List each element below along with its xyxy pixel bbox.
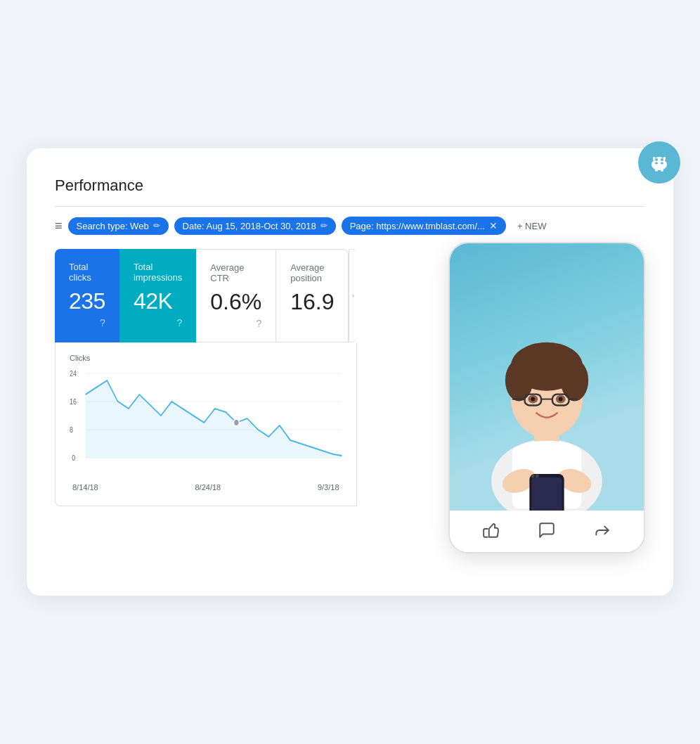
average-ctr-value: 0.6% — [210, 289, 261, 315]
svg-point-38 — [559, 397, 563, 402]
x-label-2: 8/24/18 — [195, 483, 221, 492]
date-label: Date: Aug 15, 2018-Oct 30, 2018 — [183, 221, 316, 231]
average-position-value: 16.9 — [290, 289, 334, 315]
main-container: Performance ≡ Search type: Web ✏ Date: A… — [27, 148, 673, 596]
svg-point-43 — [531, 474, 535, 477]
search-type-label: Search type: Web — [77, 221, 149, 231]
scroll-right-indicator[interactable]: › — [349, 249, 356, 342]
phone-mockup — [448, 242, 645, 553]
chart-x-labels: 8/14/18 8/24/18 9/3/18 — [70, 483, 342, 492]
total-clicks-value: 235 — [69, 288, 105, 314]
total-clicks-help-icon[interactable]: ? — [69, 317, 105, 328]
total-clicks-card: Total clicks 235 ? — [55, 249, 119, 342]
page-title: Performance — [55, 177, 645, 195]
svg-rect-9 — [663, 157, 666, 160]
svg-point-37 — [531, 397, 535, 402]
like-button[interactable] — [482, 520, 500, 542]
x-label-1: 8/14/18 — [72, 483, 98, 492]
date-chip[interactable]: Date: Aug 15, 2018-Oct 30, 2018 ✏ — [174, 217, 336, 235]
average-position-label: Average position — [290, 262, 334, 283]
like-icon — [482, 520, 500, 539]
comment-button[interactable] — [538, 521, 556, 542]
average-position-card: Average position 16.9 — [276, 249, 349, 342]
new-filter-label: + NEW — [517, 221, 547, 231]
svg-point-44 — [536, 474, 539, 477]
svg-rect-4 — [655, 168, 658, 172]
share-button[interactable] — [593, 521, 611, 542]
hippo-logo-icon — [638, 141, 680, 184]
page-close-icon[interactable]: ✕ — [489, 220, 498, 231]
x-label-3: 9/3/18 — [318, 483, 339, 492]
svg-point-2 — [655, 158, 658, 161]
svg-text:8: 8 — [70, 425, 73, 434]
total-impressions-card: Total impressions 42K ? — [119, 249, 196, 342]
page-label: Page: https://www.tmblast.com/... — [350, 221, 485, 231]
share-icon — [593, 521, 611, 539]
svg-point-7 — [661, 162, 663, 165]
search-type-edit-icon[interactable]: ✏ — [153, 221, 160, 231]
chart-section: Clicks 24 16 8 0 — [55, 342, 357, 506]
total-impressions-help-icon[interactable]: ? — [134, 317, 182, 328]
average-ctr-card: Average CTR 0.6% ? — [196, 249, 276, 342]
svg-rect-8 — [653, 157, 655, 160]
phone-action-bar — [450, 511, 644, 552]
date-edit-icon[interactable]: ✏ — [320, 221, 328, 231]
total-clicks-label: Total clicks — [69, 262, 105, 283]
svg-point-20 — [233, 419, 239, 426]
svg-point-1 — [654, 157, 665, 165]
new-filter-button[interactable]: + NEW — [512, 218, 552, 234]
search-type-chip[interactable]: Search type: Web ✏ — [68, 217, 169, 235]
svg-text:0: 0 — [72, 454, 75, 462]
filter-bar: ≡ Search type: Web ✏ Date: Aug 15, 2018-… — [55, 217, 645, 235]
comment-icon — [538, 521, 556, 539]
total-impressions-value: 42K — [134, 288, 182, 314]
person-illustration — [450, 243, 644, 511]
chart-panel: Total clicks 235 ? Total impressions 42K… — [55, 249, 357, 553]
total-impressions-label: Total impressions — [134, 262, 182, 283]
scroll-chevron-icon: › — [352, 292, 354, 300]
chart-y-label: Clicks — [70, 354, 342, 362]
svg-point-3 — [661, 158, 663, 161]
svg-text:24: 24 — [70, 369, 77, 378]
svg-rect-42 — [531, 477, 562, 511]
average-ctr-label: Average CTR — [210, 262, 261, 283]
svg-text:16: 16 — [70, 397, 77, 406]
svg-marker-18 — [86, 380, 342, 458]
title-divider — [55, 206, 645, 207]
filter-icon[interactable]: ≡ — [55, 219, 63, 233]
clicks-chart-svg: 24 16 8 0 — [70, 366, 342, 479]
phone-image-area — [450, 243, 644, 511]
main-content: Total clicks 235 ? Total impressions 42K… — [55, 249, 645, 553]
page-chip[interactable]: Page: https://www.tmblast.com/... ✕ — [342, 217, 506, 235]
svg-rect-5 — [661, 168, 663, 172]
average-ctr-help-icon[interactable]: ? — [210, 318, 261, 329]
phone-panel — [357, 242, 645, 553]
svg-rect-29 — [512, 366, 582, 387]
chart-area: 24 16 8 0 — [70, 366, 342, 479]
svg-point-6 — [655, 162, 658, 165]
